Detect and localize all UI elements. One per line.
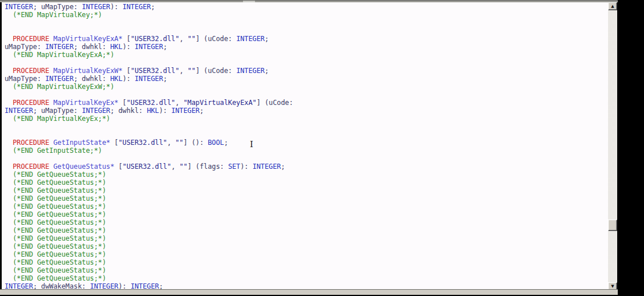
code-token: ): xyxy=(159,107,171,115)
code-line[interactable]: (*END GetQueueStatus;*) xyxy=(5,258,608,266)
code-token: ; uMapType: xyxy=(33,107,82,115)
code-line[interactable] xyxy=(5,123,608,131)
code-line[interactable]: (*END GetQueueStatus;*) xyxy=(5,274,608,282)
code-line[interactable]: (*END GetInputState;*) xyxy=(5,147,608,155)
code-line[interactable]: uMapType: INTEGER; dwhkl: HKL): INTEGER; xyxy=(5,75,608,83)
code-line[interactable] xyxy=(5,59,608,67)
code-line[interactable]: (*END MapVirtualKey;*) xyxy=(5,11,608,19)
code-token: MapVirtualKeyExW* xyxy=(54,67,123,75)
code-token: [ xyxy=(123,67,131,75)
code-token: (*END GetQueueStatus;*) xyxy=(5,218,106,226)
code-token: (*END MapVirtualKeyExA;*) xyxy=(5,51,114,59)
code-line[interactable]: (*END GetQueueStatus;*) xyxy=(5,194,608,202)
code-token: INTEGER xyxy=(236,67,265,75)
code-line[interactable] xyxy=(5,155,608,163)
code-token: , xyxy=(171,163,179,171)
code-token: (*END MapVirtualKeyExW;*) xyxy=(5,83,114,91)
status-bar xyxy=(0,289,618,295)
code-token: "" xyxy=(175,139,183,147)
code-token: INTEGER xyxy=(171,107,200,115)
code-line[interactable]: INTEGER; dwWakeMask: INTEGER): INTEGER; xyxy=(5,282,608,289)
code-token: MapVirtualKeyExA* xyxy=(54,35,123,43)
code-token: ; dwWakeMask: xyxy=(33,282,90,289)
code-token: ; dwhkl: xyxy=(110,107,147,115)
code-token: ; xyxy=(281,163,285,171)
code-line[interactable]: (*END GetQueueStatus;*) xyxy=(5,186,608,194)
code-line[interactable] xyxy=(5,91,608,99)
code-line[interactable]: PROCEDURE MapVirtualKeyEx* ["USER32.dll"… xyxy=(5,99,608,107)
code-token: INTEGER xyxy=(253,163,281,171)
scroll-up-button[interactable]: ▲ xyxy=(608,2,617,10)
scrollbar-thumb[interactable] xyxy=(608,220,617,231)
code-line[interactable]: (*END GetQueueStatus;*) xyxy=(5,226,608,234)
code-line[interactable]: INTEGER; uMapType: INTEGER; dwhkl: HKL):… xyxy=(5,107,608,115)
code-line[interactable]: (*END GetQueueStatus;*) xyxy=(5,234,608,242)
code-line[interactable]: PROCEDURE MapVirtualKeyExA* ["USER32.dll… xyxy=(5,35,608,43)
code-token: (*END GetQueueStatus;*) xyxy=(5,266,106,274)
code-token: INTEGER xyxy=(45,75,74,83)
code-line[interactable]: (*END MapVirtualKeyEx;*) xyxy=(5,115,608,123)
code-token: (*END GetQueueStatus;*) xyxy=(5,258,106,266)
code-line[interactable]: (*END GetQueueStatus;*) xyxy=(5,210,608,218)
code-token: [ xyxy=(114,163,122,171)
code-token: "MapVirtualKeyExA" xyxy=(184,99,257,107)
code-token: ; xyxy=(151,3,155,11)
code-line[interactable]: PROCEDURE MapVirtualKeyExW* ["USER32.dll… xyxy=(5,67,608,75)
code-token: , xyxy=(179,35,187,43)
code-token: uMapType: xyxy=(5,75,45,83)
code-line[interactable]: (*END MapVirtualKeyExW;*) xyxy=(5,83,608,91)
code-token: [ xyxy=(110,139,118,147)
code-line[interactable] xyxy=(5,27,608,35)
code-token: , xyxy=(179,67,187,75)
code-line[interactable]: (*END MapVirtualKeyExA;*) xyxy=(5,51,608,59)
code-token: GetInputState* xyxy=(54,139,111,147)
code-line[interactable] xyxy=(5,131,608,139)
code-token: ; xyxy=(265,35,269,43)
code-line[interactable]: PROCEDURE GetQueueStatus* ["USER32.dll",… xyxy=(5,163,608,171)
code-token: ] (): xyxy=(184,139,208,147)
code-token: ; xyxy=(163,43,167,51)
code-line[interactable]: (*END GetQueueStatus;*) xyxy=(5,250,608,258)
code-token: "" xyxy=(179,163,187,171)
code-area[interactable]: INTEGER; uMapType: INTEGER): INTEGER; (*… xyxy=(2,2,608,289)
triangle-up-icon: ▲ xyxy=(611,5,614,9)
code-token: , xyxy=(175,99,183,107)
code-line[interactable]: uMapType: INTEGER; dwhkl: HKL): INTEGER; xyxy=(5,43,608,51)
code-token: (*END MapVirtualKeyEx;*) xyxy=(5,115,110,123)
code-line[interactable]: (*END GetQueueStatus;*) xyxy=(5,179,608,186)
code-token xyxy=(5,163,13,171)
code-token: (*END GetQueueStatus;*) xyxy=(5,171,106,179)
code-line[interactable]: (*END GetQueueStatus;*) xyxy=(5,266,608,274)
code-line[interactable]: PROCEDURE GetInputState* ["USER32.dll", … xyxy=(5,139,608,147)
triangle-down-icon: ▼ xyxy=(611,285,614,289)
code-line[interactable]: (*END GetQueueStatus;*) xyxy=(5,242,608,250)
vertical-scrollbar[interactable]: ▲ ▼ xyxy=(608,2,617,290)
code-token: (*END GetQueueStatus;*) xyxy=(5,226,106,234)
code-token: PROCEDURE xyxy=(13,139,49,147)
code-token: INTEGER xyxy=(5,107,33,115)
code-editor[interactable]: INTEGER; uMapType: INTEGER): INTEGER; (*… xyxy=(2,2,608,289)
code-token: SET xyxy=(228,163,240,171)
code-token xyxy=(49,139,53,147)
code-token: HKL xyxy=(147,107,159,115)
code-token: (*END GetQueueStatus;*) xyxy=(5,250,106,258)
code-token: ): xyxy=(110,3,122,11)
code-token: ] (flags: xyxy=(188,163,228,171)
scrollbar-track[interactable] xyxy=(608,10,617,282)
code-line[interactable]: INTEGER; uMapType: INTEGER): INTEGER; xyxy=(5,3,608,11)
code-line[interactable] xyxy=(5,19,608,27)
code-line[interactable]: (*END GetQueueStatus;*) xyxy=(5,171,608,179)
code-token: "" xyxy=(188,35,196,43)
code-line[interactable]: (*END GetQueueStatus;*) xyxy=(5,202,608,210)
code-token: "USER32.dll" xyxy=(119,139,168,147)
code-token: [ xyxy=(123,35,131,43)
code-token: ] (uCode: xyxy=(196,35,236,43)
code-line[interactable]: (*END GetQueueStatus;*) xyxy=(5,218,608,226)
code-token: (*END GetQueueStatus;*) xyxy=(5,242,106,250)
code-token: INTEGER xyxy=(82,107,110,115)
code-token: ): xyxy=(123,75,135,83)
code-token: (*END GetQueueStatus;*) xyxy=(5,202,106,210)
code-token xyxy=(5,67,13,75)
code-token xyxy=(5,35,13,43)
code-token: ): xyxy=(240,163,252,171)
